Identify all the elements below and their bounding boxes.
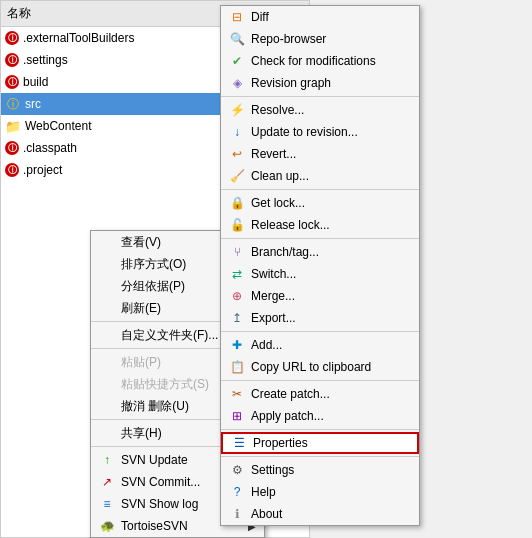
- warning-icon: ⓘ: [5, 31, 19, 45]
- menu-item-branch-tag[interactable]: ⑂ Branch/tag...: [221, 241, 419, 263]
- refresh-icon: [99, 300, 115, 316]
- help-icon: ?: [229, 484, 245, 500]
- menu-item-revert[interactable]: ↩ Revert...: [221, 143, 419, 165]
- repo-browser-icon: 🔍: [229, 31, 245, 47]
- menu-item-diff[interactable]: ⊟ Diff: [221, 6, 419, 28]
- column-name-header: 名称: [5, 3, 245, 24]
- file-name: build: [23, 75, 245, 89]
- warning-icon: ⓘ: [5, 96, 21, 112]
- folder-icon: 📁: [5, 118, 21, 134]
- svn-update-icon: ↑: [99, 452, 115, 468]
- menu-item-copy-url[interactable]: 📋 Copy URL to clipboard: [221, 356, 419, 378]
- update-revision-icon: ↓: [229, 124, 245, 140]
- menu-item-revision-graph[interactable]: ◈ Revision graph: [221, 72, 419, 94]
- resolve-icon: ⚡: [229, 102, 245, 118]
- file-name: .project: [23, 163, 245, 177]
- menu-item-repo-browser[interactable]: 🔍 Repo-browser: [221, 28, 419, 50]
- menu-item-release-lock[interactable]: 🔓 Release lock...: [221, 214, 419, 236]
- paste-icon: [99, 354, 115, 370]
- view-icon: [99, 234, 115, 250]
- file-name: .classpath: [23, 141, 245, 155]
- group-icon: [99, 278, 115, 294]
- diff-icon: ⊟: [229, 9, 245, 25]
- separator: [221, 331, 419, 332]
- separator: [221, 189, 419, 190]
- menu-item-properties[interactable]: ☰ Properties: [221, 432, 419, 454]
- menu-item-export[interactable]: ↥ Export...: [221, 307, 419, 329]
- menu-item-help[interactable]: ? Help: [221, 481, 419, 503]
- check-modifications-icon: ✔: [229, 53, 245, 69]
- menu-item-merge[interactable]: ⊕ Merge...: [221, 285, 419, 307]
- menu-item-apply-patch[interactable]: ⊞ Apply patch...: [221, 405, 419, 427]
- menu-item-add[interactable]: ✚ Add...: [221, 334, 419, 356]
- revision-graph-icon: ◈: [229, 75, 245, 91]
- undo-icon: [99, 398, 115, 414]
- customize-icon: [99, 327, 115, 343]
- warning-icon: ⓘ: [5, 53, 19, 67]
- get-lock-icon: 🔒: [229, 195, 245, 211]
- menu-item-cleanup[interactable]: 🧹 Clean up...: [221, 165, 419, 187]
- copy-url-icon: 📋: [229, 359, 245, 375]
- menu-item-resolve[interactable]: ⚡ Resolve...: [221, 99, 419, 121]
- share-icon: [99, 425, 115, 441]
- separator: [221, 380, 419, 381]
- svn-commit-icon: ↗: [99, 474, 115, 490]
- revert-icon: ↩: [229, 146, 245, 162]
- cleanup-icon: 🧹: [229, 168, 245, 184]
- svn-log-icon: ≡: [99, 496, 115, 512]
- export-icon: ↥: [229, 310, 245, 326]
- about-icon: ℹ: [229, 506, 245, 522]
- separator: [221, 429, 419, 430]
- tortoisesvn-icon: 🐢: [99, 518, 115, 534]
- menu-item-create-patch[interactable]: ✂ Create patch...: [221, 383, 419, 405]
- menu-item-check-modifications[interactable]: ✔ Check for modifications: [221, 50, 419, 72]
- warning-icon: ⓘ: [5, 75, 19, 89]
- switch-icon: ⇄: [229, 266, 245, 282]
- properties-icon: ☰: [231, 435, 247, 451]
- merge-icon: ⊕: [229, 288, 245, 304]
- file-name: .externalToolBuilders: [23, 31, 245, 45]
- menu-item-about[interactable]: ℹ About: [221, 503, 419, 525]
- release-lock-icon: 🔓: [229, 217, 245, 233]
- apply-patch-icon: ⊞: [229, 408, 245, 424]
- context-menu-2: ⊟ Diff 🔍 Repo-browser ✔ Check for modifi…: [220, 5, 420, 526]
- separator: [221, 96, 419, 97]
- settings-icon: ⚙: [229, 462, 245, 478]
- file-name: .settings: [23, 53, 245, 67]
- file-name: src: [25, 97, 245, 111]
- sort-icon: [99, 256, 115, 272]
- warning-icon: ⓘ: [5, 163, 19, 177]
- warning-icon: ⓘ: [5, 141, 19, 155]
- paste-shortcut-icon: [99, 376, 115, 392]
- menu-item-settings[interactable]: ⚙ Settings: [221, 459, 419, 481]
- menu-item-get-lock[interactable]: 🔒 Get lock...: [221, 192, 419, 214]
- file-name: WebContent: [25, 119, 245, 133]
- separator: [221, 238, 419, 239]
- create-patch-icon: ✂: [229, 386, 245, 402]
- separator: [221, 456, 419, 457]
- menu-item-switch[interactable]: ⇄ Switch...: [221, 263, 419, 285]
- branch-tag-icon: ⑂: [229, 244, 245, 260]
- add-icon: ✚: [229, 337, 245, 353]
- menu-item-update-revision[interactable]: ↓ Update to revision...: [221, 121, 419, 143]
